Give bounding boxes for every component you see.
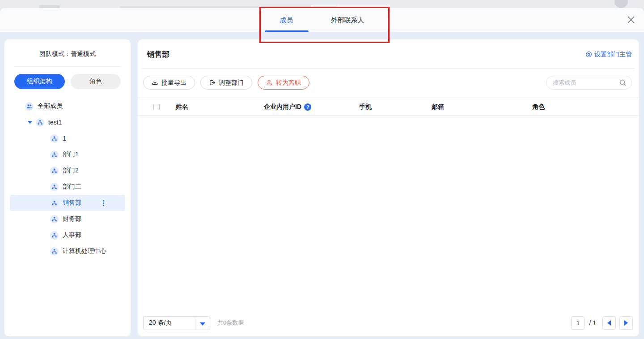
- tree-item-label: 部门三: [63, 183, 81, 191]
- tree-item-dept-computer-center[interactable]: 计算机处理中心: [10, 243, 125, 259]
- target-icon: [585, 51, 592, 58]
- tree-item-test1[interactable]: test1: [10, 114, 125, 130]
- department-icon: [50, 134, 59, 143]
- team-mode-title: 团队模式：普通模式: [4, 39, 131, 66]
- prev-page-button[interactable]: [602, 316, 616, 330]
- tree-item-dept-finance[interactable]: 财务部: [10, 211, 125, 227]
- adjust-department-button[interactable]: 调整部门: [200, 76, 252, 90]
- tree-item-label: 财务部: [63, 215, 81, 223]
- sidebar-panel: 团队模式：普通模式 组织架构 角色 全部成员test11部门1部门2部门三销售部…: [4, 39, 131, 336]
- search-icon[interactable]: [619, 79, 627, 86]
- next-page-button[interactable]: [619, 316, 633, 330]
- tab-bar: 成员外部联系人: [0, 8, 644, 32]
- main-header: 销售部 设置部门主管: [138, 39, 639, 60]
- tree-item-label: 全部成员: [38, 102, 63, 110]
- modal-header: 成员外部联系人: [0, 8, 644, 32]
- sidebar-segmented-buttons: 组织架构 角色: [4, 67, 131, 95]
- download-icon: [152, 79, 158, 86]
- org-tree: 全部成员test11部门1部门2部门三销售部财务部人事部计算机处理中心: [4, 95, 131, 259]
- mark-resigned-button[interactable]: 转为离职: [258, 76, 309, 90]
- member-search: [546, 76, 632, 90]
- tree-item-dept-bumensan[interactable]: 部门三: [10, 179, 125, 195]
- department-icon: [50, 183, 59, 191]
- tree-item-label: 部门1: [63, 150, 79, 159]
- column-header-3: 邮箱: [432, 98, 444, 116]
- help-icon[interactable]: ?: [304, 103, 311, 111]
- page-title: 销售部: [147, 49, 169, 60]
- caret-down-icon[interactable]: [27, 119, 33, 125]
- tab-members[interactable]: 成员: [265, 8, 309, 32]
- set-department-manager-label: 设置部门主管: [594, 51, 632, 59]
- page-size-select[interactable]: 20 条/页: [143, 316, 210, 330]
- all-members-icon: [25, 102, 34, 111]
- tree-item-dept-1num[interactable]: 1: [10, 130, 125, 146]
- page-total-text: / 1: [589, 319, 596, 326]
- tree-item-dept-bumen1[interactable]: 部门1: [10, 146, 125, 163]
- column-header-0: 姓名: [176, 98, 188, 116]
- tree-item-dept-bumen2[interactable]: 部门2: [10, 163, 125, 179]
- chevron-down-icon: [200, 322, 205, 326]
- tree-item-label: 销售部: [63, 199, 81, 207]
- table-header: 姓名企业内用户ID?手机邮箱角色: [138, 98, 639, 116]
- department-icon: [36, 118, 44, 127]
- arrow-right-icon: [624, 320, 628, 326]
- org-structure-button[interactable]: 组织架构: [14, 74, 65, 89]
- tree-item-dept-hr[interactable]: 人事部: [10, 227, 125, 243]
- column-header-2: 手机: [359, 98, 372, 116]
- tree-item-label: 计算机处理中心: [63, 247, 106, 255]
- tree-item-all-members[interactable]: 全部成员: [10, 98, 125, 114]
- department-icon: [50, 167, 59, 175]
- department-icon: [50, 231, 59, 240]
- department-icon: [50, 199, 59, 207]
- dimmed-background-bar: [0, 0, 644, 8]
- tree-item-label: 人事部: [63, 231, 81, 239]
- tab-external-contacts[interactable]: 外部联系人: [316, 8, 380, 32]
- department-icon: [50, 150, 59, 159]
- toolbar: 批量导出 调整部门 转为离职: [138, 69, 639, 90]
- tree-item-label: test1: [48, 119, 62, 126]
- set-department-manager-link[interactable]: 设置部门主管: [585, 51, 632, 59]
- department-icon: [50, 215, 59, 223]
- main-panel: 销售部 设置部门主管 批量导出: [138, 39, 639, 336]
- tree-item-label: 部门2: [63, 167, 79, 175]
- avatar: [614, 0, 628, 8]
- modal-body: 团队模式：普通模式 组织架构 角色 全部成员test11部门1部门2部门三销售部…: [0, 32, 644, 339]
- close-icon[interactable]: [625, 14, 637, 26]
- column-header-4: 角色: [532, 98, 545, 116]
- table-footer: 20 条/页 共0条数据 / 1: [138, 316, 639, 330]
- pagination: / 1: [571, 316, 633, 330]
- move-out-icon: [209, 79, 216, 86]
- batch-export-button[interactable]: 批量导出: [143, 76, 195, 90]
- page-number-input[interactable]: [571, 316, 585, 330]
- select-all-checkbox[interactable]: [153, 104, 160, 110]
- more-options-icon[interactable]: [99, 199, 107, 207]
- department-icon: [50, 247, 59, 256]
- person-x-icon: [266, 79, 273, 86]
- tree-item-label: 1: [63, 135, 66, 142]
- contacts-modal: 成员外部联系人 团队模式：普通模式 组织架构 角色 全部成员test11部门1部…: [0, 8, 644, 339]
- tree-item-dept-sales[interactable]: 销售部: [10, 195, 125, 211]
- roles-button[interactable]: 角色: [71, 74, 121, 89]
- total-count-text: 共0条数据: [217, 319, 244, 327]
- column-header-1: 企业内用户ID?: [264, 98, 311, 116]
- arrow-left-icon: [607, 320, 611, 326]
